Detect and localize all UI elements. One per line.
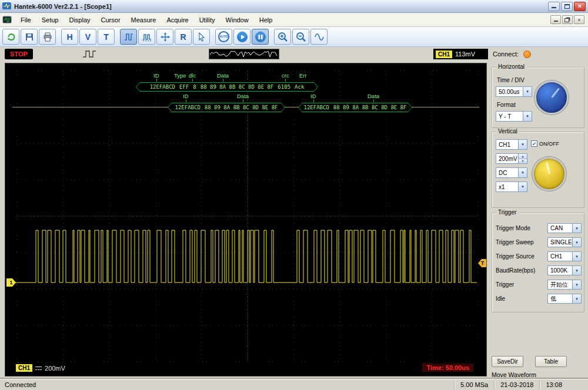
coupling-select[interactable]: DC ▼: [496, 167, 527, 178]
horizontal-knob[interactable]: [534, 80, 569, 115]
time-clock-readout: 13:08: [539, 381, 568, 389]
signal-generator-button[interactable]: [310, 29, 328, 45]
format-label: Format: [497, 102, 516, 108]
baudrate-select[interactable]: 1000K ▼: [547, 265, 582, 275]
scope-display: ID Type dlc Data crc Err 12EFABCD EFF 8 …: [5, 63, 487, 376]
chevron-down-icon: ▼: [572, 238, 581, 247]
vertical-setup-button[interactable]: V: [79, 29, 96, 45]
menu-measure[interactable]: Measure: [126, 15, 162, 25]
chevron-down-icon: ▼: [518, 140, 527, 149]
cross-arrows-icon: [161, 32, 170, 42]
horizontal-group-title: Horizontal: [496, 63, 527, 70]
channel-select[interactable]: CH1 ▼: [496, 139, 527, 150]
horizontal-setup-button[interactable]: H: [61, 29, 78, 45]
pause-icon: [255, 31, 266, 43]
minimize-icon: [552, 4, 556, 8]
titlebar: Hantek-6000 Ver2.2.1 - [Scope1] ×: [0, 0, 588, 13]
child-close-button[interactable]: ×: [574, 15, 584, 24]
trigger-mode-select[interactable]: CAN ▼: [547, 223, 582, 233]
vertical-group-title: Vertical: [496, 128, 520, 135]
print-button[interactable]: [39, 29, 56, 45]
table-button[interactable]: Table: [535, 356, 567, 367]
menu-file[interactable]: File: [15, 15, 36, 25]
open-refresh-icon: [6, 32, 16, 42]
sine-wave-icon: [314, 33, 325, 41]
trigger-condition-select[interactable]: 开始位 ▼: [547, 280, 582, 290]
idle-select[interactable]: 低 ▼: [547, 294, 582, 304]
timebase-readout: Time: 50.00us: [422, 364, 473, 372]
time-div-select[interactable]: 50.00us ▼: [496, 86, 532, 97]
minimize-icon: [554, 18, 558, 22]
cursor-button[interactable]: [193, 29, 210, 45]
trigger-sweep-select[interactable]: SINGLE ▼: [547, 237, 582, 247]
app-icon: [2, 2, 11, 11]
zoom-in-icon: [278, 32, 288, 42]
zoom-out-icon: [296, 32, 306, 42]
menu-setup[interactable]: Setup: [36, 15, 64, 25]
spinner-arrows-icon[interactable]: ▲▼: [518, 154, 527, 163]
trigger-source-select[interactable]: CH1 ▼: [547, 251, 582, 261]
menu-acquire[interactable]: Acquire: [161, 15, 193, 25]
baudrate-label: BaudRate(bps): [496, 267, 535, 274]
open-file-button[interactable]: [2, 29, 19, 45]
xy-display-button[interactable]: [156, 29, 173, 45]
dc-coupling-icon: [35, 367, 42, 370]
digital-wave-button[interactable]: [120, 29, 137, 45]
menu-help[interactable]: Help: [254, 15, 278, 25]
zoom-in-button[interactable]: [274, 29, 291, 45]
maximize-button[interactable]: [561, 2, 573, 11]
channel-badge: CH1: [436, 51, 452, 58]
menu-cursor[interactable]: Cursor: [96, 15, 126, 25]
chevron-down-icon: ▼: [572, 224, 581, 233]
menubar: File Setup Display Cursor Measure Acquir…: [0, 13, 588, 27]
knob-pointer: [551, 88, 560, 98]
menu-utility[interactable]: Utility: [194, 15, 220, 25]
connect-indicator-icon: [523, 51, 531, 58]
statusbar: Connected 5.00 MSa 21-03-2018 13:08: [0, 379, 588, 390]
trigger-level-value: 113mV: [455, 51, 475, 58]
control-panel: Horizontal Time / DIV 50.00us ▼ Format Y…: [489, 61, 588, 379]
volt-scale-stepper[interactable]: 200mV ▲▼: [496, 153, 527, 164]
sample-rate-readout: 5.00 MSa: [454, 381, 494, 389]
waveform-measure-button[interactable]: [138, 29, 155, 45]
trigger-condition-label: Trigger: [496, 281, 514, 288]
record-button[interactable]: R: [175, 29, 192, 45]
chevron-down-icon: ▼: [572, 294, 581, 303]
printer-icon: [43, 32, 52, 42]
scope-window-icon[interactable]: [2, 15, 12, 25]
trigger-pulse-icon: [82, 50, 98, 59]
channel-badge: CH1: [16, 364, 32, 372]
save-button[interactable]: [21, 29, 38, 45]
minimize-button[interactable]: [548, 2, 560, 11]
chevron-down-icon: ▼: [523, 87, 532, 96]
status-strip: STOP CH1 113mV Connect:: [0, 47, 588, 61]
autoset-button[interactable]: AUTO: [215, 29, 232, 45]
child-minimize-button[interactable]: [550, 15, 561, 24]
probe-select[interactable]: x1 ▼: [496, 181, 527, 192]
menu-display[interactable]: Display: [64, 15, 95, 25]
chevron-down-icon: ▼: [523, 112, 532, 121]
can-waveform: [5, 63, 487, 376]
zoom-out-button[interactable]: [292, 29, 309, 45]
child-restore-button[interactable]: [562, 15, 573, 24]
close-icon: ×: [578, 3, 582, 9]
run-button[interactable]: [233, 29, 250, 45]
connect-label: Connect:: [493, 51, 519, 58]
record-preview-bar[interactable]: [209, 49, 279, 59]
savedir-button[interactable]: SaveDir: [492, 356, 523, 367]
pause-button[interactable]: [252, 29, 269, 45]
maximize-icon: [564, 4, 570, 9]
play-icon: [236, 31, 248, 43]
trigger-setup-button[interactable]: T: [98, 29, 115, 45]
chevron-down-icon: ▼: [518, 168, 527, 177]
trigger-group-title: Trigger: [496, 209, 519, 216]
horizontal-group: Horizontal Time / DIV 50.00us ▼ Format Y…: [492, 67, 584, 128]
ch1-onoff-checkbox[interactable]: ✓ ON/OFF: [531, 140, 559, 147]
vertical-knob[interactable]: [532, 157, 566, 191]
format-select[interactable]: Y - T ▼: [496, 111, 532, 122]
floppy-icon: [25, 32, 34, 42]
acquisition-status-badge: STOP: [5, 49, 33, 59]
square-wave-icon: [123, 32, 134, 42]
menu-window[interactable]: Window: [220, 15, 254, 25]
close-button[interactable]: ×: [574, 2, 586, 11]
